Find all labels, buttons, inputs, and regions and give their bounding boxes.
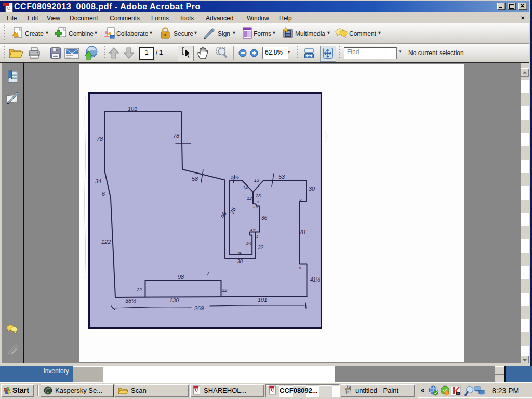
svg-text:8: 8 (299, 198, 302, 203)
svg-text:34: 34 (95, 178, 101, 184)
svg-text:101: 101 (128, 105, 137, 112)
svg-text:36: 36 (261, 215, 268, 221)
svg-text:22: 22 (221, 288, 227, 293)
svg-text:5: 5 (256, 235, 258, 238)
svg-text:96: 96 (220, 210, 228, 219)
svg-text:38: 38 (237, 259, 243, 264)
svg-text:78: 78 (173, 132, 180, 139)
svg-text:269: 269 (194, 305, 204, 311)
svg-text:14: 14 (243, 185, 248, 190)
svg-text:30: 30 (309, 185, 315, 192)
svg-text:3½: 3½ (253, 205, 258, 209)
svg-text:23: 23 (255, 193, 261, 198)
svg-text:53: 53 (278, 174, 285, 180)
svg-text:38½: 38½ (125, 298, 136, 304)
svg-text:22: 22 (136, 287, 142, 292)
svg-text:5: 5 (257, 200, 259, 204)
svg-text:81: 81 (300, 230, 306, 235)
svg-text:41½: 41½ (310, 277, 321, 283)
svg-text:78: 78 (97, 136, 103, 142)
svg-text:58: 58 (192, 176, 198, 182)
svg-text:122: 122 (101, 238, 111, 245)
svg-text:130: 130 (169, 297, 179, 303)
svg-text:8: 8 (299, 265, 301, 270)
svg-text:2½: 2½ (246, 242, 251, 245)
svg-text:98: 98 (178, 274, 184, 280)
svg-text:13: 13 (254, 178, 259, 183)
svg-text:12: 12 (247, 196, 252, 201)
svg-text:6: 6 (102, 191, 105, 197)
svg-text:4½: 4½ (250, 228, 256, 232)
svg-text:14½: 14½ (231, 175, 239, 180)
svg-text:101: 101 (258, 297, 267, 303)
svg-text:32: 32 (258, 245, 264, 250)
svg-text:25: 25 (236, 251, 243, 256)
svg-text:76: 76 (229, 206, 237, 215)
